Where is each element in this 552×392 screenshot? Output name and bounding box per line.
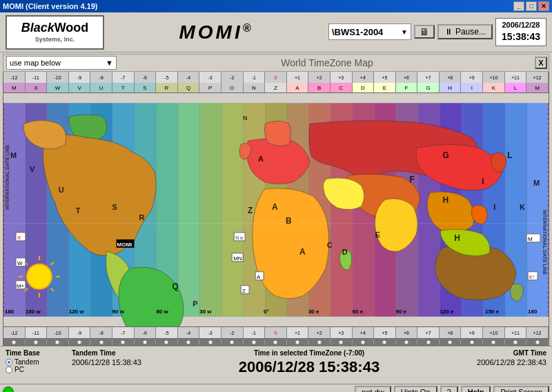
svg-text:60 w: 60 w — [156, 308, 168, 315]
selected-tz-value: 2006/12/28 15:38:43 — [193, 358, 425, 376]
map-dropdown-area: use map below ▼ — [3, 56, 119, 70]
scale-cell: +2 — [308, 72, 331, 83]
scale-cell: -4 — [178, 72, 200, 83]
scale-cell: -5 — [156, 72, 178, 83]
svg-text:G: G — [442, 150, 448, 160]
toolbar: BlackWood Systems, Inc. MOMI® \BWS1-2004… — [0, 12, 552, 52]
server-area: \BWS1-2004 ▼ 🖥 ⏸ Pause... 2006/12/28 15:… — [328, 18, 546, 46]
svg-text:V: V — [30, 165, 35, 173]
server-dropdown[interactable]: \BWS1-2004 ▼ — [328, 23, 411, 40]
logo-black: Black — [21, 21, 55, 36]
scale-cell: +12 — [526, 72, 549, 83]
dropdown-arrow-icon: ▼ — [401, 28, 408, 36]
minimize-button[interactable]: _ — [513, 1, 524, 11]
tandem-time-value: 2006/12/28 15:38:43 — [72, 358, 182, 366]
scale-cell: -11 — [26, 72, 48, 83]
scale-cell: +7 — [417, 72, 440, 83]
network-button[interactable]: net.dw — [355, 386, 391, 393]
print-screen-button[interactable]: Print Screen — [493, 386, 549, 393]
svg-rect-9 — [178, 103, 200, 316]
tandem-time-section: Tandem Time 2006/12/28 15:38:43 — [72, 349, 182, 366]
tandem-time-label: Tandem Time — [72, 349, 182, 357]
tandem-radio-label: Tandem — [14, 358, 39, 366]
svg-text:F: F — [410, 175, 415, 184]
svg-text:M+: M+ — [17, 283, 25, 289]
svg-text:MN: MN — [233, 255, 242, 262]
svg-text:H: H — [454, 233, 460, 243]
window-title: MOMI (Client version 4.19) — [3, 2, 98, 10]
maximize-button[interactable]: □ — [526, 1, 537, 11]
close-button[interactable]: ✕ — [538, 1, 549, 11]
svg-rect-10 — [200, 103, 222, 316]
svg-text:120 e: 120 e — [440, 308, 454, 315]
hints-button[interactable]: Hints On — [394, 386, 437, 393]
svg-text:A: A — [299, 247, 306, 257]
logo: BlackWood Systems, Inc. — [6, 15, 104, 50]
status-indicator — [3, 386, 14, 393]
svg-text:INTERNATIONAL DATE LINE: INTERNATIONAL DATE LINE — [5, 144, 10, 210]
svg-text:180: 180 — [5, 308, 14, 315]
svg-text:M: M — [533, 179, 540, 187]
svg-text:D: D — [342, 248, 348, 256]
gmt-value: 2006/12/28 22:38:43 — [436, 358, 546, 366]
svg-text:A: A — [257, 274, 261, 280]
svg-text:T: T — [76, 206, 81, 215]
svg-text:90 w: 90 w — [112, 308, 125, 315]
svg-text:B: B — [286, 216, 292, 226]
svg-text:K*: K* — [529, 275, 535, 280]
map-close-button[interactable]: X — [535, 57, 547, 69]
svg-text:30 w: 30 w — [199, 308, 212, 315]
scale-cell: +8 — [440, 72, 462, 83]
svg-text:X: X — [17, 235, 21, 241]
svg-text:A: A — [258, 155, 264, 163]
pause-icon: ⏸ — [444, 27, 453, 37]
svg-text:150 e: 150 e — [485, 308, 500, 315]
svg-text:H: H — [442, 195, 448, 205]
pause-button[interactable]: ⏸ Pause... — [437, 24, 493, 39]
svg-text:C: C — [327, 241, 333, 249]
svg-text:N a: N a — [235, 235, 243, 240]
svg-point-55 — [27, 264, 52, 289]
scale-cell: -10 — [47, 72, 69, 83]
pc-radio[interactable] — [6, 366, 12, 373]
server-icon-button[interactable]: 🖥 — [414, 25, 435, 39]
svg-text:M: M — [528, 236, 533, 242]
title-bar-buttons: _ □ ✕ — [513, 1, 549, 11]
svg-text:M: M — [10, 151, 17, 159]
map-header: use map below ▼ World TimeZone Map X — [3, 54, 549, 72]
question-button[interactable]: ? — [440, 386, 458, 393]
scale-cell: -8 — [90, 72, 112, 83]
svg-text:Z: Z — [242, 288, 246, 294]
svg-text:N: N — [243, 115, 247, 121]
svg-text:120 w: 120 w — [69, 308, 85, 315]
svg-text:180: 180 — [528, 308, 538, 315]
scale-cell: +9 — [461, 72, 483, 83]
svg-text:90 e: 90 e — [396, 308, 407, 315]
svg-text:S: S — [112, 203, 117, 211]
svg-text:60 e: 60 e — [353, 308, 364, 315]
title-bar: MOMI (Client version 4.19) _ □ ✕ — [0, 0, 552, 12]
scale-cell: -12 — [3, 72, 26, 83]
scale-cell: 0 — [265, 72, 287, 83]
scale-cell: -6 — [135, 72, 157, 83]
time-base-label: Time Base — [6, 349, 61, 357]
svg-text:I: I — [482, 177, 484, 186]
status-bar: net.dw Hints On ? Help Print Screen — [0, 384, 552, 392]
scale-cell: +5 — [374, 72, 396, 83]
scale-cell: +11 — [505, 72, 527, 83]
tandem-radio[interactable] — [6, 359, 12, 366]
scale-cell: -9 — [69, 72, 91, 83]
svg-text:INTERNATIONAL DATE LINE: INTERNATIONAL DATE LINE — [542, 210, 547, 275]
scale-cell: +1 — [287, 72, 309, 83]
map-select[interactable]: use map below ▼ — [6, 56, 117, 70]
gmt-section: GMT Time 2006/12/28 22:38:43 — [436, 349, 546, 366]
scale-cell: +6 — [396, 72, 418, 83]
timezone-scale-bottom: -12 -11 -10 -9 -8 -7 -6 -5 -4 -3 -2 -1 0… — [3, 327, 549, 338]
svg-text:R: R — [139, 213, 145, 222]
help-button[interactable]: Help — [461, 386, 491, 393]
scale-cell: -2 — [221, 72, 244, 83]
svg-text:W: W — [17, 260, 23, 266]
scale-cell: +3 — [331, 72, 353, 83]
world-map[interactable]: INTERNATIONAL DATE LINE INTERNATIONAL DA… — [3, 92, 549, 327]
svg-text:L: L — [507, 150, 512, 160]
